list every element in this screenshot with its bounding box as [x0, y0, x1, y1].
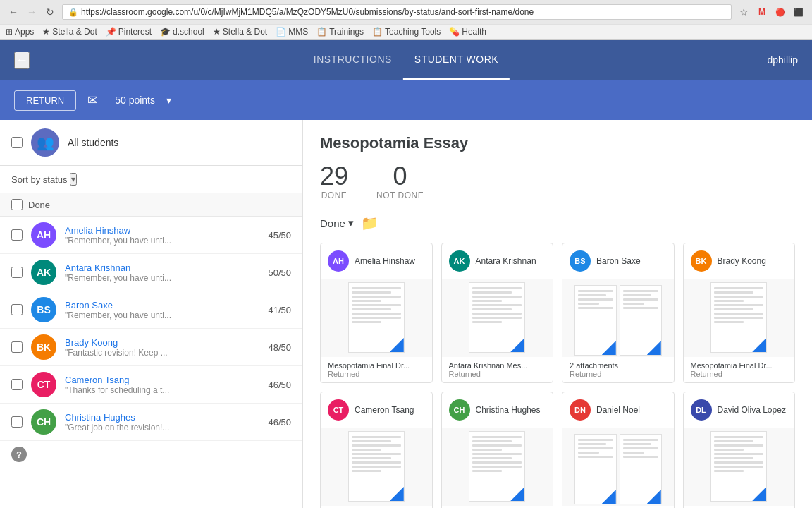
doc-preview [620, 285, 662, 356]
card-thumbnail [321, 428, 432, 506]
sort-dropdown-button[interactable]: ▾ [70, 173, 77, 186]
bookmark-mms[interactable]: 📄 MMS [276, 27, 308, 37]
return-button[interactable]: RETURN [14, 90, 76, 111]
back-button[interactable]: ← [6, 4, 21, 20]
extension2-button[interactable]: ⬛ [791, 4, 806, 20]
student-antara-grade: 50/50 [268, 267, 291, 278]
browser-action-buttons: ☆ M 🔴 ⬛ [736, 4, 806, 20]
bookmark-teaching-tools[interactable]: 📋 Teaching Tools [372, 27, 441, 37]
extension1-button[interactable]: 🔴 [773, 4, 788, 20]
student-christina-comment: "Great job on the revision!... [65, 423, 259, 433]
forward-button[interactable]: → [24, 4, 39, 20]
bookmark-stella2-label: Stella & Dot [223, 27, 267, 37]
card-avatar: DN [570, 399, 591, 421]
student-card[interactable]: DN Daniel Noel [562, 392, 675, 508]
tab-student-work[interactable]: STUDENT WORK [403, 41, 510, 80]
pinterest-icon: 📌 [106, 27, 116, 37]
bookmark-mms-label: MMS [288, 27, 308, 37]
student-baron-checkbox[interactable] [11, 304, 23, 315]
apps-icon: ⊞ [6, 27, 13, 37]
student-amelia-checkbox[interactable] [11, 229, 23, 241]
bookmark-dschool[interactable]: 🎓 d.school [160, 27, 204, 37]
doc-corner-icon [390, 487, 404, 501]
card-footer: Mesopotamia Final Dr... Returned [684, 357, 795, 382]
card-header: CH Christina Hughes [442, 392, 553, 428]
bookmark-pinterest[interactable]: 📌 Pinterest [106, 27, 152, 37]
all-students-avatar: 👥 [31, 128, 59, 157]
student-card[interactable]: AH Amelia Hinshaw Mesopotamia Final Dr..… [320, 243, 433, 383]
student-row[interactable]: AK Antara Krishnan "Remember, you have u… [0, 254, 302, 291]
doc-preview [710, 282, 767, 353]
student-brady-comment: "Fantastic revision! Keep ... [65, 348, 259, 358]
doc-preview [469, 431, 525, 502]
student-row[interactable]: CH Christina Hughes "Great job on the re… [0, 404, 302, 441]
points-dropdown-button[interactable]: ▾ [166, 95, 171, 106]
student-brady-avatar: BK [31, 334, 56, 360]
bookmark-apps[interactable]: ⊞ Apps [6, 27, 34, 37]
card-footer: Mesopotamia Final Dr... Returned [321, 357, 432, 382]
card-header: BS Baron Saxe [562, 243, 674, 279]
student-card[interactable]: BK Brady Koong Mesopotamia Final Dr... R… [683, 243, 796, 383]
student-christina-grade: 46/50 [268, 417, 291, 428]
student-row[interactable]: CT Cameron Tsang "Thanks for scheduling … [0, 366, 302, 404]
card-avatar: CT [328, 399, 349, 421]
student-card[interactable]: DL David Oliva Lopez Mesopotamia Rough .… [683, 392, 796, 508]
student-amelia-comment: "Remember, you have unti... [65, 236, 259, 246]
stat-not-done-label: NOT DONE [376, 190, 424, 200]
bookmark-dschool-label: d.school [173, 27, 204, 37]
card-status: Returned [449, 370, 546, 378]
student-cameron-checkbox[interactable] [11, 379, 23, 390]
all-students-checkbox[interactable] [11, 137, 23, 148]
all-students-row[interactable]: 👥 All students [0, 120, 302, 166]
bookmarks-bar: ⊞ Apps ★ Stella & Dot 📌 Pinterest 🎓 d.sc… [0, 24, 812, 39]
card-status: Returned [328, 370, 425, 378]
student-card[interactable]: CT Cameron Tsang Mesopotamia Final Dr...… [320, 392, 433, 508]
tab-instructions[interactable]: INSTRUCTIONS [302, 41, 403, 80]
all-students-icon: 👥 [37, 134, 54, 151]
card-thumbnail [321, 279, 432, 357]
gmail-button[interactable]: M [754, 4, 770, 20]
bookmark-health-label: Health [462, 27, 486, 37]
student-card[interactable]: BS Baron Saxe [562, 243, 675, 383]
student-brady-grade: 48/50 [268, 342, 291, 353]
card-avatar: DL [691, 399, 712, 421]
main-layout: 👥 All students Sort by status ▾ Done AH … [0, 120, 812, 508]
student-antara-checkbox[interactable] [11, 267, 23, 278]
card-name: David Oliva Lopez [718, 405, 786, 415]
mail-button[interactable]: ✉ [87, 92, 98, 108]
student-row[interactable]: BK Brady Koong "Fantastic revision! Keep… [0, 329, 302, 366]
done-filter-dropdown[interactable]: Done ▾ [320, 217, 354, 229]
student-brady-checkbox[interactable] [11, 341, 23, 353]
student-christina-checkbox[interactable] [11, 416, 23, 428]
folder-icon[interactable]: 📁 [361, 214, 379, 231]
bookmark-apps-label: Apps [15, 27, 34, 37]
student-antara-avatar: AK [31, 260, 56, 285]
bookmark-star-icon: ★ [42, 27, 50, 37]
card-header: BK Brady Koong [684, 243, 795, 279]
student-amelia-grade: 45/50 [268, 230, 291, 241]
bookmark-health[interactable]: 💊 Health [449, 27, 486, 37]
student-row-help[interactable]: ? [0, 441, 302, 468]
section-header-done: Done [0, 193, 302, 217]
bookmark-trainings[interactable]: 📋 Trainings [316, 27, 364, 37]
student-row[interactable]: AH Amelia Hinshaw "Remember, you have un… [0, 217, 302, 254]
bookmark-stella2[interactable]: ★ Stella & Dot [213, 27, 267, 37]
stat-not-done: 0 NOT DONE [376, 164, 424, 200]
section-done-checkbox[interactable] [11, 199, 23, 210]
card-filename: Mesopotamia Final Dr... [328, 361, 425, 370]
star-button[interactable]: ☆ [736, 4, 751, 20]
back-to-class-button[interactable]: ← [14, 52, 30, 69]
done-filter-label: Done [320, 217, 345, 229]
doc-corner-icon [602, 490, 616, 504]
refresh-button[interactable]: ↻ [42, 4, 58, 20]
url-text: https://classroom.google.com/u/0/c/MjIwM… [81, 7, 725, 17]
card-status: Returned [570, 370, 667, 378]
doc-corner-icon [510, 338, 524, 352]
user-name: dphillip [767, 54, 798, 66]
address-bar[interactable]: 🔒 https://classroom.google.com/u/0/c/MjI… [62, 4, 732, 20]
student-row[interactable]: BS Baron Saxe "Remember, you have unti..… [0, 291, 302, 329]
bookmark-stella1[interactable]: ★ Stella & Dot [42, 27, 97, 37]
student-card[interactable]: AK Antara Krishnan Antara Krishnan Mes..… [441, 243, 554, 383]
bookmark-pinterest-label: Pinterest [118, 27, 152, 37]
student-card[interactable]: CH Christina Hughes Mesopotamia Rough ..… [441, 392, 554, 508]
